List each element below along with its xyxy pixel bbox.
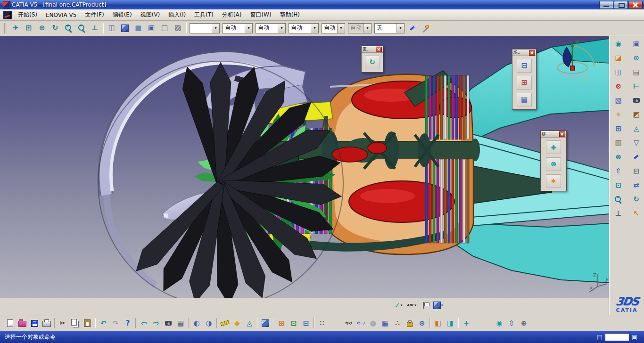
fill-color-select[interactable]: 自动 ▾ xyxy=(223,23,253,33)
fly-forward-icon-button[interactable]: ⇨ xyxy=(150,318,162,329)
painter-wizard-icon-button[interactable] xyxy=(419,22,432,34)
new-file-icon-button[interactable] xyxy=(4,318,16,329)
tree-icon-button[interactable]: ⊟ xyxy=(630,165,643,177)
line-color-select[interactable]: ▾ xyxy=(190,23,220,33)
point-symbol-select[interactable]: 自动 ▾ xyxy=(322,23,345,33)
update-refresh-icon-button[interactable]: ↻ xyxy=(365,56,380,69)
fit-all-icon-button[interactable]: ⊞ xyxy=(22,22,35,34)
menu-item-tools[interactable]: 工具(T) xyxy=(190,9,218,20)
measure-item-icon-button[interactable]: ◬ xyxy=(243,318,256,329)
zoom-dock-icon-button[interactable] xyxy=(612,193,625,205)
3d-viewport[interactable]: 更.. ↻ 场.. ⊟⊞▤ 移.. ◈⊛∗ Z y x xyxy=(0,36,609,298)
line-weight-select[interactable]: 自动 ▾ xyxy=(289,23,319,33)
zoom-out-icon-button[interactable] xyxy=(75,22,88,34)
menu-item-analyze[interactable]: 分析(A) xyxy=(218,9,246,20)
update-palette[interactable]: 更.. ↻ xyxy=(361,46,383,73)
wireframe-icon-button[interactable]: □ xyxy=(158,22,171,34)
select-arrow-icon-button[interactable]: ↖ xyxy=(630,207,643,220)
clash-icon-button[interactable]: ⊗ xyxy=(612,80,625,92)
chevron-down-icon[interactable]: ▾ xyxy=(415,303,417,307)
kinematics-icon-button[interactable]: ⊙ xyxy=(630,52,643,64)
rotate-dock-icon-button[interactable]: ↻ xyxy=(630,193,643,205)
multi-view-icon-button[interactable]: ◫ xyxy=(105,22,118,34)
camera-view-icon-button[interactable] xyxy=(162,318,174,329)
menu-item-insert[interactable]: 插入(I) xyxy=(164,9,190,20)
materials-icon-button[interactable]: ◩ xyxy=(630,108,643,121)
enhanced-scene-icon-button[interactable]: ⊟ xyxy=(517,59,532,73)
line-type-select[interactable]: 自动 ▾ xyxy=(256,23,286,33)
network-icon-button[interactable]: ∴ xyxy=(391,318,404,329)
chevron-down-icon[interactable]: ▾ xyxy=(245,24,252,33)
gear-icon-button[interactable]: ⊛ xyxy=(612,151,625,163)
options-icon-button[interactable]: ⊟ xyxy=(300,318,312,329)
manipulation-compass-icon-button[interactable]: ◈ xyxy=(546,140,561,154)
move-palette[interactable]: 移.. ◈⊛∗ xyxy=(540,131,567,191)
mass-properties-icon-button[interactable]: ◆ xyxy=(231,318,243,329)
chevron-down-icon[interactable]: ▾ xyxy=(401,303,403,307)
copy-icon-button[interactable] xyxy=(69,318,81,329)
distance-icon-button[interactable]: ⊢ xyxy=(630,80,643,92)
power-input-field[interactable] xyxy=(605,333,629,341)
minimize-button[interactable] xyxy=(599,1,613,9)
help-icon-button[interactable]: ? xyxy=(122,318,134,329)
camera-icon-button[interactable] xyxy=(630,94,643,106)
relations-icon-button[interactable]: f(⋯) xyxy=(355,318,367,329)
layer-select[interactable]: 无 ▾ xyxy=(374,23,405,33)
gear-pair-icon-button[interactable]: ⊛ xyxy=(416,318,428,329)
macro-icon-button[interactable]: ⊡ xyxy=(288,318,300,329)
scene-palette[interactable]: 场.. ⊟⊞▤ xyxy=(512,49,537,110)
fly-mode-icon-button[interactable]: ✈ xyxy=(9,22,22,34)
fly-back-icon-button[interactable]: ⇦ xyxy=(138,318,150,329)
iso-view-icon-button[interactable] xyxy=(118,22,132,34)
enter-workbench-icon-button[interactable]: ◨ xyxy=(444,318,456,329)
group-icon-button[interactable]: ⊡ xyxy=(612,179,625,191)
menu-item-enovia[interactable]: ENOVIA V5 xyxy=(41,10,81,20)
zoom-in-icon-button[interactable] xyxy=(62,22,75,34)
pan-icon-button[interactable]: ⊕ xyxy=(35,22,49,34)
paste-icon-button[interactable] xyxy=(81,318,93,329)
menu-item-edit[interactable]: 编辑(E) xyxy=(108,9,136,20)
chevron-down-icon[interactable]: ▾ xyxy=(441,303,443,307)
cut-icon-button[interactable]: ✂ xyxy=(57,318,69,329)
parameter-ball-icon-button[interactable]: ◍ xyxy=(367,318,379,329)
redo-icon-button[interactable]: ↷ xyxy=(109,318,122,329)
toolbar-grip[interactable] xyxy=(4,23,7,33)
swap-visible-icon-button[interactable]: ⇄ xyxy=(630,179,643,191)
rotate-icon-button[interactable]: ↻ xyxy=(49,22,62,34)
menu-item-window[interactable]: 窗口(W) xyxy=(246,9,275,20)
expand-icon[interactable]: ▣ xyxy=(632,334,637,340)
maximize-button[interactable] xyxy=(614,1,628,9)
publish-icon-button[interactable]: ⇧ xyxy=(612,165,625,177)
open-file-icon-button[interactable] xyxy=(16,318,28,329)
shaded-view-icon-button[interactable]: ■ xyxy=(132,22,145,34)
catia-app-icon[interactable] xyxy=(3,1,10,8)
chevron-down-icon[interactable]: ▾ xyxy=(212,24,219,33)
tools-palette-icon-button[interactable]: ⊕ xyxy=(518,318,530,329)
menu-item-help[interactable]: 帮助(H) xyxy=(276,9,304,20)
datum-check-icon-button[interactable]: ✓▾ xyxy=(392,300,405,311)
menu-item-view[interactable]: 视图(V) xyxy=(136,9,165,20)
simulation-icon-button[interactable]: ◪ xyxy=(612,52,625,64)
close-button[interactable] xyxy=(628,1,643,9)
chevron-down-icon[interactable]: ▾ xyxy=(278,24,285,33)
scene-browser-icon-button[interactable]: ⊞ xyxy=(517,76,532,90)
exit-workbench-icon-button[interactable]: ◧ xyxy=(432,318,444,329)
3d-compass[interactable]: Z y x xyxy=(551,38,600,89)
text-annotation-icon-button[interactable]: ABC▾ xyxy=(405,300,418,311)
applied-material-icon-button[interactable]: ▾ xyxy=(432,300,444,311)
render-tools-icon-button[interactable]: ◉ xyxy=(612,38,625,50)
snap-gear-icon-button[interactable]: ⊛ xyxy=(546,157,561,171)
paint-icon-button[interactable] xyxy=(630,151,643,163)
hidden-line-icon-button[interactable]: ▨ xyxy=(171,22,184,34)
close-icon[interactable] xyxy=(376,47,382,52)
chevron-down-icon[interactable]: ▾ xyxy=(337,24,345,33)
section-icon-button[interactable]: ▤ xyxy=(630,66,643,78)
menu-item-file[interactable]: 文件(F) xyxy=(81,9,108,20)
annotate-icon-button[interactable]: ▧ xyxy=(612,94,625,106)
snap-target-icon-button[interactable]: + xyxy=(460,318,472,329)
world-icon-button[interactable]: ◉ xyxy=(493,318,505,329)
smart-move-icon-button[interactable]: ∗ xyxy=(546,174,561,188)
move-palette-titlebar[interactable]: 移.. xyxy=(541,131,566,138)
behavior-icon-button[interactable]: ▣ xyxy=(630,38,643,50)
chevron-down-icon[interactable]: ▾ xyxy=(311,24,318,33)
